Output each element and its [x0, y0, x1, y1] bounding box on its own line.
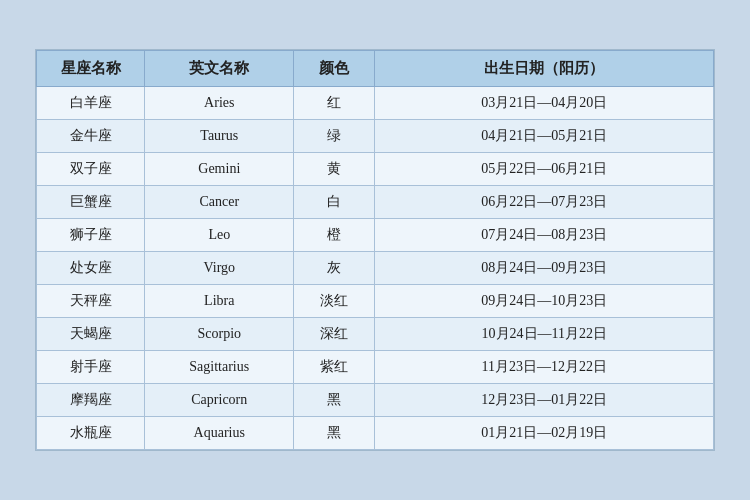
cell-color: 黑 — [294, 417, 375, 450]
cell-date: 12月23日—01月22日 — [375, 384, 714, 417]
header-zh: 星座名称 — [37, 51, 145, 87]
cell-en: Libra — [145, 285, 294, 318]
table-row: 白羊座Aries红03月21日—04月20日 — [37, 87, 714, 120]
header-color: 颜色 — [294, 51, 375, 87]
cell-zh: 金牛座 — [37, 120, 145, 153]
cell-en: Taurus — [145, 120, 294, 153]
cell-color: 红 — [294, 87, 375, 120]
cell-color: 黄 — [294, 153, 375, 186]
cell-zh: 天秤座 — [37, 285, 145, 318]
cell-en: Aquarius — [145, 417, 294, 450]
table-row: 狮子座Leo橙07月24日—08月23日 — [37, 219, 714, 252]
cell-zh: 水瓶座 — [37, 417, 145, 450]
header-en: 英文名称 — [145, 51, 294, 87]
cell-color: 紫红 — [294, 351, 375, 384]
cell-en: Leo — [145, 219, 294, 252]
cell-date: 09月24日—10月23日 — [375, 285, 714, 318]
table-row: 摩羯座Capricorn黑12月23日—01月22日 — [37, 384, 714, 417]
cell-en: Gemini — [145, 153, 294, 186]
cell-zh: 双子座 — [37, 153, 145, 186]
cell-en: Aries — [145, 87, 294, 120]
cell-en: Sagittarius — [145, 351, 294, 384]
cell-date: 11月23日—12月22日 — [375, 351, 714, 384]
cell-date: 01月21日—02月19日 — [375, 417, 714, 450]
cell-date: 05月22日—06月21日 — [375, 153, 714, 186]
cell-en: Virgo — [145, 252, 294, 285]
table-row: 金牛座Taurus绿04月21日—05月21日 — [37, 120, 714, 153]
table-body: 白羊座Aries红03月21日—04月20日金牛座Taurus绿04月21日—0… — [37, 87, 714, 450]
cell-date: 03月21日—04月20日 — [375, 87, 714, 120]
zodiac-table-container: 星座名称 英文名称 颜色 出生日期（阳历） 白羊座Aries红03月21日—04… — [35, 49, 715, 451]
table-row: 处女座Virgo灰08月24日—09月23日 — [37, 252, 714, 285]
table-row: 天秤座Libra淡红09月24日—10月23日 — [37, 285, 714, 318]
cell-date: 08月24日—09月23日 — [375, 252, 714, 285]
cell-color: 黑 — [294, 384, 375, 417]
cell-color: 深红 — [294, 318, 375, 351]
cell-zh: 狮子座 — [37, 219, 145, 252]
cell-en: Scorpio — [145, 318, 294, 351]
cell-date: 04月21日—05月21日 — [375, 120, 714, 153]
cell-zh: 白羊座 — [37, 87, 145, 120]
cell-zh: 处女座 — [37, 252, 145, 285]
table-header-row: 星座名称 英文名称 颜色 出生日期（阳历） — [37, 51, 714, 87]
cell-en: Capricorn — [145, 384, 294, 417]
cell-date: 07月24日—08月23日 — [375, 219, 714, 252]
zodiac-table: 星座名称 英文名称 颜色 出生日期（阳历） 白羊座Aries红03月21日—04… — [36, 50, 714, 450]
cell-color: 白 — [294, 186, 375, 219]
cell-date: 06月22日—07月23日 — [375, 186, 714, 219]
cell-date: 10月24日—11月22日 — [375, 318, 714, 351]
cell-color: 橙 — [294, 219, 375, 252]
cell-color: 绿 — [294, 120, 375, 153]
cell-en: Cancer — [145, 186, 294, 219]
table-row: 射手座Sagittarius紫红11月23日—12月22日 — [37, 351, 714, 384]
cell-color: 灰 — [294, 252, 375, 285]
cell-zh: 射手座 — [37, 351, 145, 384]
cell-color: 淡红 — [294, 285, 375, 318]
table-row: 水瓶座Aquarius黑01月21日—02月19日 — [37, 417, 714, 450]
header-date: 出生日期（阳历） — [375, 51, 714, 87]
table-row: 巨蟹座Cancer白06月22日—07月23日 — [37, 186, 714, 219]
cell-zh: 摩羯座 — [37, 384, 145, 417]
table-row: 天蝎座Scorpio深红10月24日—11月22日 — [37, 318, 714, 351]
cell-zh: 天蝎座 — [37, 318, 145, 351]
cell-zh: 巨蟹座 — [37, 186, 145, 219]
table-row: 双子座Gemini黄05月22日—06月21日 — [37, 153, 714, 186]
